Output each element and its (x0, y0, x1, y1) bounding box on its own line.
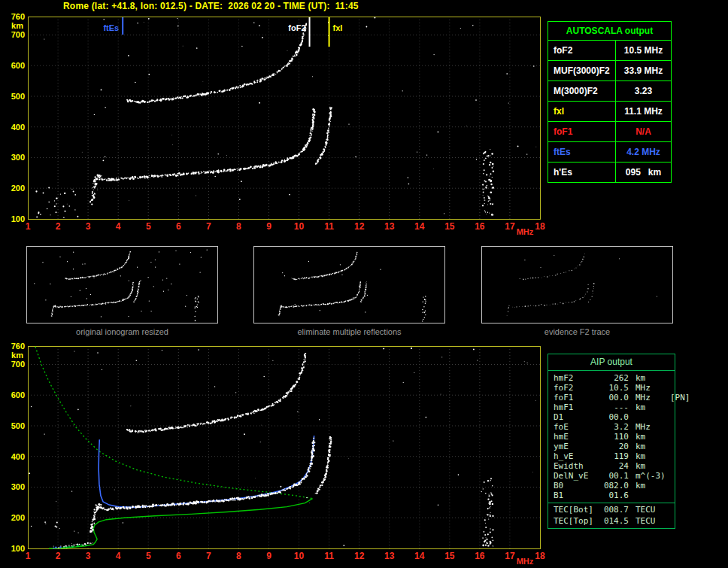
fitted-trace-blue (99, 436, 314, 507)
aip-row-unit: MHz (629, 383, 670, 393)
ionogram-echo-traces (53, 353, 332, 548)
aip-row-unit (629, 412, 670, 422)
svg-text:300: 300 (11, 482, 25, 491)
svg-text:300: 300 (11, 153, 25, 162)
aip-row-label: hmF1 (554, 402, 602, 412)
aip-row-extra (670, 422, 675, 432)
page-title: Rome (lat: +41.8, lon: 012.5) - DATE: 20… (63, 1, 359, 11)
svg-text:foF2: foF2 (288, 23, 305, 32)
aip-row-label: B0 (554, 481, 602, 491)
aip-row-unit: MHz (629, 422, 670, 432)
aip-row-unit: TECU (629, 516, 670, 526)
grid-layer (28, 346, 540, 548)
autoscala-row-label: MUF(3000)F2 (548, 61, 616, 80)
aip-row-value: 01.6 (602, 491, 629, 500)
aip-row: foF210.5MHz (548, 383, 675, 393)
svg-text:12: 12 (354, 221, 365, 232)
svg-text:600: 600 (11, 390, 25, 399)
electron-density-profile (35, 347, 313, 548)
svg-text:8: 8 (236, 551, 241, 561)
aip-row-label: B1 (554, 491, 602, 500)
svg-text:11: 11 (324, 221, 334, 232)
svg-text:6: 6 (176, 551, 181, 561)
aip-row-label: Ewidth (554, 461, 602, 471)
autoscala-row-label: h'Es (548, 163, 616, 182)
svg-text:400: 400 (11, 123, 25, 132)
aip-row-label: TEC[Top] (554, 516, 602, 526)
aip-row-value: 262 (602, 373, 629, 383)
svg-text:17: 17 (505, 221, 515, 232)
svg-text:5: 5 (146, 221, 151, 232)
aip-row-extra (670, 383, 675, 393)
aip-row-extra (670, 516, 675, 526)
aip-row-unit: km (629, 442, 670, 451)
svg-text:760: 760 (11, 12, 25, 21)
aip-row-label: foF2 (554, 383, 602, 393)
svg-text:18: 18 (535, 551, 545, 561)
aip-row: hmF1---km (548, 402, 675, 412)
autoscala-row: foF1N/A (548, 122, 671, 142)
svg-text:8: 8 (236, 221, 241, 232)
svg-text:700: 700 (11, 30, 25, 39)
svg-text:11: 11 (324, 551, 334, 561)
aip-row-extra (670, 442, 675, 451)
autoscala-row: foF210.5 MHz (548, 41, 671, 61)
thumbnail-traces (507, 254, 657, 316)
aip-row-extra (670, 451, 675, 461)
aip-row-label: DelN_vE (554, 471, 602, 481)
thumbnail-evidence-plot (482, 247, 672, 323)
svg-text:9: 9 (266, 221, 271, 232)
svg-text:14: 14 (414, 221, 425, 232)
aip-row-label: D1 (554, 412, 602, 422)
svg-text:4: 4 (116, 221, 121, 232)
svg-text:6: 6 (176, 221, 181, 232)
aip-row-value: 014.5 (602, 516, 629, 526)
aip-output-table: AIP output hmF2262kmfoF210.5MHzfoF100.0M… (548, 354, 675, 529)
ionogram-bottom-chart: 1234567891011121314151617187607006005004… (0, 340, 560, 567)
aip-row: DelN_vE00.1m^(-3) (548, 471, 675, 481)
aip-row-value: 00.1 (602, 471, 629, 481)
svg-text:10: 10 (294, 551, 305, 561)
svg-text:3: 3 (86, 221, 91, 232)
autoscala-table-rows: foF210.5 MHzMUF(3000)F233.9 MHzM(3000)F2… (548, 41, 671, 182)
aip-row-value: 082.0 (602, 481, 629, 491)
svg-text:16: 16 (475, 551, 485, 561)
noise-layer (29, 348, 535, 547)
svg-text:MHz: MHz (517, 557, 534, 566)
aip-row: Ewidth24km (548, 461, 675, 471)
aip-table-rows: hmF2262kmfoF210.5MHzfoF100.0MHz[PN]hmF1-… (548, 371, 675, 528)
aip-row-unit: MHz (629, 393, 670, 402)
autoscala-row-value: 095 km (616, 163, 671, 182)
aip-row-label: ymE (554, 442, 602, 451)
autoscala-row: h'Es095 km (548, 163, 671, 182)
autoscala-row-value: 10.5 MHz (616, 41, 671, 60)
autoscala-row-value: 3.23 (616, 81, 671, 101)
autoscala-row-value: 33.9 MHz (616, 61, 671, 80)
frequency-markers: ftEsfoF2fxI (103, 17, 342, 47)
thumbnail-eliminate-plot (254, 247, 444, 323)
svg-text:100: 100 (11, 214, 25, 223)
aip-row-value: --- (602, 402, 629, 412)
aip-row-extra: [PN] (670, 393, 690, 402)
aip-row-extra (670, 471, 675, 481)
aip-row-label: hmF2 (554, 373, 602, 383)
svg-text:13: 13 (384, 551, 395, 561)
svg-text:600: 600 (11, 61, 25, 70)
aip-row-label: foF1 (554, 393, 602, 402)
autoscala-row: MUF(3000)F233.9 MHz (548, 61, 671, 81)
svg-text:1: 1 (26, 221, 31, 232)
aip-row: hmE110km (548, 432, 675, 442)
svg-text:15: 15 (444, 551, 455, 561)
aip-row-unit (629, 491, 670, 500)
autoscala-row-label: ftEs (548, 142, 616, 162)
svg-text:MHz: MHz (517, 227, 534, 236)
autoscala-row-value: N/A (616, 122, 671, 141)
aip-row-value: 008.7 (602, 505, 629, 516)
autoscala-row-label: foF2 (548, 41, 616, 60)
aip-row: TEC[Top]014.5TECU (548, 516, 675, 526)
aip-row-value: 3.2 (602, 422, 629, 432)
axis-labels: 1234567891011121314151617187607006005004… (11, 12, 545, 236)
aip-row-unit: m^(-3) (629, 471, 670, 481)
aip-row: D100.0 (548, 412, 675, 422)
svg-text:3: 3 (86, 551, 91, 561)
